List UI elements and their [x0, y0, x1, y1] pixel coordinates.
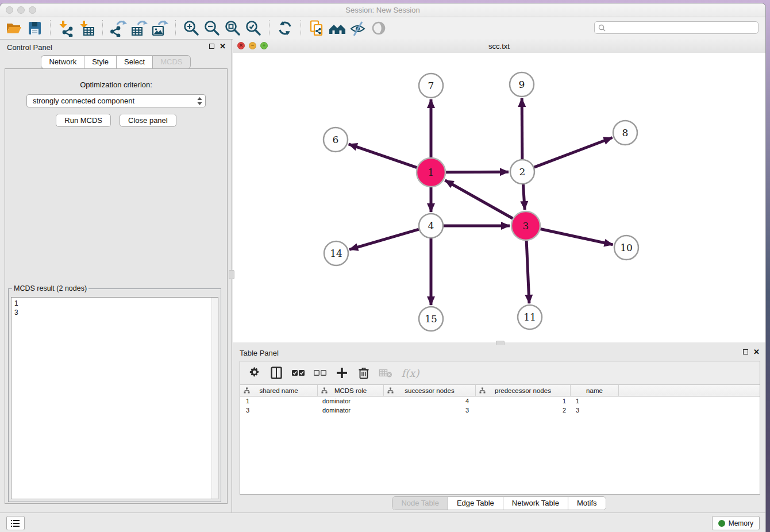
table-row[interactable]: 3dominator323 — [240, 406, 760, 415]
graph-node-11[interactable]: 11 — [518, 305, 542, 329]
control-panel: Control Panel ✕ NetworkStyleSelectMCDS O… — [0, 39, 232, 512]
float-panel-icon[interactable] — [209, 44, 214, 49]
tab-style[interactable]: Style — [84, 55, 116, 69]
main-area: Control Panel ✕ NetworkStyleSelectMCDS O… — [0, 39, 765, 512]
column-header-successor-nodes[interactable]: successor nodes — [384, 385, 476, 396]
graph-node-15[interactable]: 15 — [419, 307, 443, 331]
table-cell[interactable]: dominator — [318, 398, 384, 404]
network-graph[interactable]: 1234678910111415 — [233, 53, 765, 342]
graph-node-4[interactable]: 4 — [419, 214, 443, 238]
select-all-button[interactable] — [288, 364, 308, 381]
apply-function-button[interactable]: f(x) — [398, 364, 423, 381]
optimization-criterion-select[interactable]: strongly connected component — [26, 94, 206, 107]
graph-node-9[interactable]: 9 — [510, 72, 534, 97]
table-panel: Table Panel ✕ — [233, 345, 765, 512]
table-cell[interactable]: 4 — [384, 398, 476, 404]
column-header-MCDS-role[interactable]: MCDS role — [318, 385, 384, 396]
zoom-selected-button[interactable] — [243, 19, 264, 37]
graph-node-10[interactable]: 10 — [614, 236, 638, 260]
clone-network-button[interactable] — [306, 19, 327, 37]
save-session-button[interactable] — [24, 19, 45, 37]
column-type-icon — [479, 387, 486, 394]
table-cell[interactable]: 1 — [476, 398, 571, 404]
export-image-button[interactable] — [149, 19, 170, 37]
network-canvas[interactable]: 1234678910111415 — [233, 53, 765, 342]
float-table-panel-icon[interactable] — [743, 349, 748, 354]
graph-node-8[interactable]: 8 — [613, 121, 637, 145]
tab-edge-table[interactable]: Edge Table — [448, 497, 503, 510]
table-row[interactable]: 1dominator411 — [240, 396, 760, 406]
memory-button[interactable]: Memory — [712, 516, 760, 530]
table-cell[interactable]: 3 — [571, 407, 619, 414]
table-cell[interactable]: dominator — [318, 407, 384, 414]
delete-table-button[interactable] — [376, 364, 395, 381]
import-table-button[interactable] — [76, 19, 97, 37]
column-header-predecessor-nodes[interactable]: predecessor nodes — [476, 385, 571, 396]
edge-3-11[interactable] — [526, 241, 529, 303]
export-network-button[interactable] — [108, 19, 129, 37]
zoom-fit-button[interactable] — [222, 19, 243, 37]
node-label-4: 4 — [428, 220, 434, 232]
create-column-button[interactable] — [332, 364, 352, 381]
delete-columns-button[interactable] — [354, 364, 374, 381]
tab-network-table[interactable]: Network Table — [503, 497, 568, 510]
show-all-icon — [370, 20, 387, 37]
edge-2-8[interactable] — [534, 138, 613, 168]
search-input[interactable] — [608, 23, 754, 32]
hide-selected-button[interactable] — [348, 19, 368, 37]
close-table-panel-icon[interactable]: ✕ — [753, 349, 760, 355]
mcds-result-text: 1 3 — [11, 298, 218, 318]
show-all-button[interactable] — [368, 19, 389, 37]
result-scrollbar[interactable] — [211, 298, 218, 499]
edge-2-9[interactable] — [522, 98, 522, 159]
tab-mcds[interactable]: MCDS — [152, 55, 190, 69]
column-type-icon — [321, 387, 328, 394]
open-session-button[interactable] — [3, 19, 24, 37]
tab-select[interactable]: Select — [116, 55, 152, 69]
table-cell[interactable]: 1 — [571, 398, 619, 404]
table-cell[interactable]: 1 — [240, 398, 318, 404]
optimization-criterion-label: Optimization criterion: — [5, 80, 227, 89]
edge-1-2[interactable] — [446, 172, 509, 172]
table-cell[interactable]: 2 — [476, 407, 571, 414]
show-columns-button[interactable] — [267, 364, 286, 381]
task-history-button[interactable] — [6, 516, 25, 530]
edge-2-3[interactable] — [523, 184, 525, 210]
function-icon: f(x) — [402, 367, 419, 379]
graph-node-7[interactable]: 7 — [419, 74, 443, 98]
graph-node-1[interactable]: 1 — [417, 158, 445, 187]
edge-1-6[interactable] — [349, 144, 417, 168]
export-network-icon — [110, 20, 127, 37]
tab-motifs[interactable]: Motifs — [568, 497, 606, 510]
mcds-result-box[interactable]: 1 3 — [11, 297, 218, 499]
close-panel-icon[interactable]: ✕ — [220, 43, 226, 49]
tab-network[interactable]: Network — [41, 55, 84, 69]
export-table-icon — [130, 20, 148, 37]
node-label-1: 1 — [428, 167, 434, 178]
edge-3-1[interactable] — [445, 180, 513, 218]
column-header-shared-name[interactable]: shared name — [240, 385, 318, 396]
graph-node-14[interactable]: 14 — [324, 241, 348, 265]
vertical-divider-grip[interactable] — [229, 270, 234, 279]
column-header-name[interactable]: name — [571, 385, 619, 396]
table-cell[interactable]: 3 — [384, 407, 476, 414]
refresh-button[interactable] — [275, 19, 295, 37]
zoom-out-button[interactable] — [202, 19, 222, 37]
import-network-button[interactable] — [56, 19, 76, 37]
first-neighbors-button[interactable] — [327, 19, 348, 37]
edge-3-10[interactable] — [540, 229, 613, 245]
zoom-in-button[interactable] — [181, 19, 202, 37]
close-panel-button[interactable]: Close panel — [120, 114, 176, 127]
edge-4-14[interactable] — [349, 229, 419, 249]
search-box[interactable] — [594, 21, 759, 34]
graph-node-2[interactable]: 2 — [510, 160, 534, 184]
run-mcds-button[interactable]: Run MCDS — [56, 114, 111, 127]
table-cell[interactable]: 3 — [240, 407, 318, 414]
table-settings-button[interactable] — [245, 364, 264, 381]
graph-node-3[interactable]: 3 — [511, 211, 540, 240]
tab-node-table[interactable]: Node Table — [392, 497, 448, 510]
export-table-button[interactable] — [129, 19, 149, 37]
graph-node-6[interactable]: 6 — [324, 128, 348, 152]
zoom-fit-icon — [224, 20, 241, 37]
deselect-all-button[interactable] — [310, 364, 330, 381]
